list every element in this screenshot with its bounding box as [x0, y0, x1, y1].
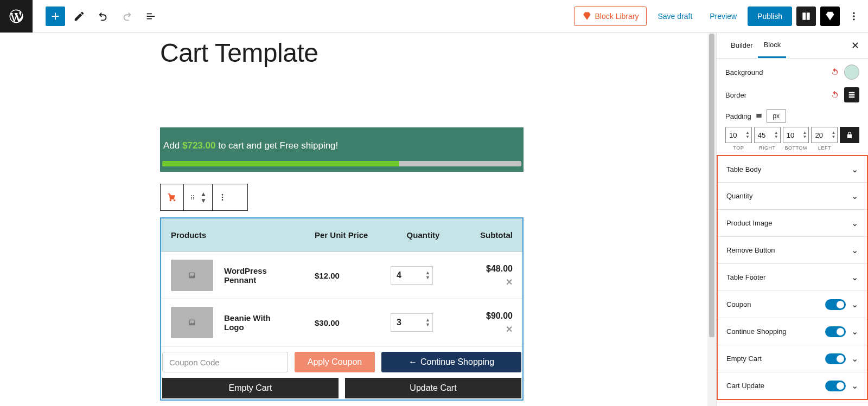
arrow-left-icon: ← [409, 357, 417, 367]
free-shipping-banner: Add $723.00 to cart and get Free shippin… [160, 127, 524, 172]
padding-left-input[interactable]: 20▲▼ [811, 127, 838, 143]
quantity-input[interactable]: 4 ▲▼ [391, 266, 433, 285]
remove-item-button[interactable]: ✕ [456, 277, 513, 287]
cart-table-block[interactable]: Products Per Unit Price Quantity Subtota… [160, 217, 524, 401]
unit-selector[interactable]: px [767, 109, 786, 123]
ship-amount: $723.00 [182, 140, 215, 151]
tab-builder[interactable]: Builder [725, 33, 758, 58]
redo-button[interactable] [117, 7, 137, 26]
toggle-switch[interactable] [825, 353, 846, 364]
block-type-icon[interactable] [161, 184, 183, 210]
more-menu-button[interactable] [844, 7, 864, 26]
product-name: Beanie With Logo [224, 313, 292, 332]
edit-tool-icon[interactable] [69, 7, 89, 26]
qty-spinner-icon[interactable]: ▲▼ [425, 318, 430, 327]
outline-button[interactable] [141, 7, 161, 26]
qty-spinner-icon[interactable]: ▲▼ [425, 270, 430, 280]
apply-coupon-button[interactable]: Apply Coupon [295, 352, 375, 372]
chevron-down-icon: ⌄ [851, 164, 858, 175]
quantity-input[interactable]: 3 ▲▼ [391, 313, 433, 332]
coupon-code-input[interactable]: Coupon Code [162, 352, 288, 372]
chevron-down-icon: ⌄ [851, 191, 858, 201]
accordion-empty-cart[interactable]: Empty Cart⌄ [718, 345, 867, 372]
page-title[interactable]: Cart Template [160, 38, 707, 68]
padding-bottom-input[interactable]: 10▲▼ [783, 127, 809, 143]
accordion-label: Product Image [726, 219, 773, 227]
canvas-scrollbar[interactable] [707, 33, 716, 406]
accordion-label: Table Body [726, 165, 761, 173]
accordion-label: Empty Cart [726, 355, 762, 363]
cart-row: Beanie With Logo $30.00 3 ▲▼ $90.00 ✕ [161, 299, 522, 346]
accordion-label: Table Footer [726, 273, 765, 281]
block-more-options[interactable] [212, 184, 232, 210]
accordion-cart-update[interactable]: Cart Update⌄ [718, 372, 867, 399]
padding-right-input[interactable]: 45▲▼ [754, 127, 781, 143]
ship-progress-fill [162, 161, 399, 166]
col-qty: Quantity [391, 230, 456, 240]
block-move-arrows[interactable]: ▲▼ [200, 191, 207, 204]
border-label: Border [725, 91, 746, 99]
settings-panel-toggle[interactable] [796, 7, 816, 26]
save-draft-button[interactable]: Save draft [651, 7, 699, 26]
editor-canvas[interactable]: Cart Template Add $723.00 to cart and ge… [0, 33, 707, 406]
update-cart-button[interactable]: Update Cart [345, 378, 521, 398]
accordion-continue-shopping[interactable]: Continue Shopping⌄ [718, 318, 867, 345]
block-drag-handle[interactable]: ▲▼ [183, 184, 212, 210]
tab-block[interactable]: Block [758, 33, 786, 58]
padding-top-input[interactable]: 10▲▼ [725, 127, 752, 143]
close-sidebar-button[interactable]: ✕ [851, 40, 859, 51]
svg-point-4 [193, 195, 194, 196]
chevron-down-icon: ⌄ [851, 245, 858, 255]
toggle-switch[interactable] [825, 299, 846, 310]
chevron-down-icon: ⌄ [851, 381, 858, 391]
accordion-label: Remove Button [726, 246, 775, 254]
accordion-product-image[interactable]: Product Image⌄ [718, 209, 867, 236]
top-toolbar: Block Library Save draft Preview Publish [0, 0, 868, 33]
border-settings-button[interactable] [844, 87, 859, 102]
cart-table-header: Products Per Unit Price Quantity Subtota… [161, 218, 522, 252]
col-price: Per Unit Price [315, 230, 391, 240]
svg-point-10 [222, 197, 224, 198]
svg-point-7 [191, 198, 192, 199]
cart-row: WordPress Pennant $12.00 4 ▲▼ $48.00 ✕ [161, 252, 522, 299]
ship-progress-track [162, 161, 521, 166]
continue-shopping-button[interactable]: ← Continue Shopping [381, 352, 521, 372]
sidebar-tabs: Builder Block ✕ [717, 33, 868, 59]
plugin-panel-button[interactable] [820, 7, 840, 26]
svg-point-0 [853, 12, 854, 14]
settings-sidebar: Builder Block ✕ Background Border [716, 33, 868, 406]
preview-button[interactable]: Preview [703, 7, 743, 26]
block-library-label: Block Library [595, 12, 639, 21]
toggle-switch[interactable] [825, 381, 846, 391]
svg-point-6 [193, 197, 194, 198]
publish-button[interactable]: Publish [748, 7, 792, 26]
accordion-table-body[interactable]: Table Body⌄ [718, 155, 867, 182]
svg-point-11 [222, 199, 224, 201]
svg-point-8 [193, 198, 194, 199]
undo-button[interactable] [93, 7, 113, 26]
add-block-button[interactable] [46, 7, 65, 26]
background-color-swatch[interactable] [844, 65, 859, 80]
col-subtotal: Subtotal [456, 230, 513, 240]
block-toolbar: ▲▼ [160, 184, 248, 211]
cart-actions-row-2: Empty Cart Update Cart [161, 378, 522, 399]
product-name: WordPress Pennant [224, 266, 292, 285]
svg-point-5 [191, 197, 192, 198]
toggle-switch[interactable] [825, 326, 846, 337]
accordion-table-footer[interactable]: Table Footer⌄ [718, 263, 867, 291]
padding-link-button[interactable] [840, 127, 859, 143]
product-price: $30.00 [315, 318, 391, 327]
accordion-remove-button[interactable]: Remove Button⌄ [718, 236, 867, 263]
reset-icon[interactable] [830, 90, 840, 100]
accordion-coupon[interactable]: Coupon⌄ [718, 291, 867, 318]
wp-logo[interactable] [0, 0, 33, 33]
empty-cart-button[interactable]: Empty Cart [162, 378, 339, 398]
device-icon[interactable] [755, 112, 763, 120]
accordion-label: Continue Shopping [726, 327, 787, 336]
block-library-button[interactable]: Block Library [574, 7, 647, 26]
remove-item-button[interactable]: ✕ [456, 324, 513, 334]
row-subtotal: $90.00 [456, 311, 513, 321]
scroll-thumb[interactable] [709, 34, 714, 337]
accordion-quantity[interactable]: Quantity⌄ [718, 182, 867, 209]
reset-icon[interactable] [830, 67, 840, 77]
